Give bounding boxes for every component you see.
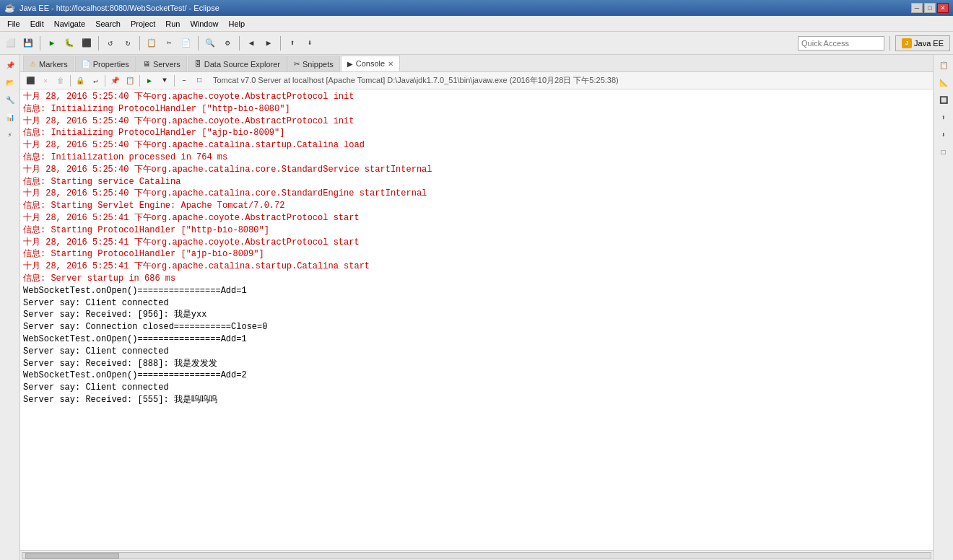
markers-icon: ⚠ — [30, 60, 36, 68]
sidebar-icon-2[interactable]: 📂 — [2, 75, 18, 91]
tab-console[interactable]: ▶ Console ✕ — [341, 56, 400, 71]
console-icon: ▶ — [347, 60, 353, 68]
close-button[interactable]: ✕ — [937, 3, 949, 13]
console-sep-2 — [105, 75, 105, 87]
console-line: 信息: Starting Servlet Engine: Apache Tomc… — [23, 200, 930, 212]
right-sidebar-icon-1[interactable]: 📋 — [936, 58, 952, 74]
title-bar-text: ☕ Java EE - http://localhost:8080/WebSoc… — [4, 3, 219, 13]
tab-markers[interactable]: ⚠ Markers — [23, 56, 74, 71]
console-line: Server say: Client connected — [23, 382, 930, 394]
quick-access-area: J Java EE — [798, 35, 950, 51]
console-word-wrap-button[interactable]: ↵ — [88, 74, 103, 87]
tab-servers[interactable]: 🖥 Servers — [136, 56, 187, 71]
console-clear-button[interactable]: 🗑 — [53, 74, 68, 87]
tabs-bar: ⚠ Markers 📄 Properties 🖥 Servers 🗄 Data … — [20, 55, 933, 72]
toolbar-btn-7[interactable]: 📄 — [178, 35, 194, 51]
tab-datasource[interactable]: 🗄 Data Source Explorer — [188, 56, 287, 71]
menu-window[interactable]: Window — [186, 18, 222, 30]
sidebar-icon-3[interactable]: 🔧 — [2, 92, 18, 108]
horizontal-scrollbar[interactable] — [20, 550, 933, 560]
console-run-button[interactable]: ▶ — [142, 74, 157, 87]
console-line: Server say: Connection closed===========… — [23, 321, 930, 333]
console-title: Tomcat v7.0 Server at localhost [Apache … — [207, 75, 930, 86]
console-line: 十月 28, 2016 5:25:41 下午org.apache.coyote.… — [23, 237, 930, 249]
console-toolbar: ⬛ ✕ 🗑 🔒 ↵ 📌 📋 ▶ ▼ – □ Tomcat v7.0 Server… — [20, 72, 933, 89]
console-scroll-lock-button[interactable]: 🔒 — [73, 74, 87, 87]
menu-run[interactable]: Run — [161, 18, 184, 30]
console-pin-button[interactable]: 📌 — [108, 74, 122, 87]
console-line: 十月 28, 2016 5:25:40 下午org.apache.coyote.… — [23, 91, 930, 103]
toolbar-btn-10[interactable]: ◀ — [243, 35, 259, 51]
toolbar-btn-6[interactable]: ✂ — [161, 35, 177, 51]
right-sidebar-icon-4[interactable]: ⬆ — [936, 110, 952, 126]
title-bar: ☕ Java EE - http://localhost:8080/WebSoc… — [0, 0, 953, 16]
toolbar-btn-4[interactable]: ↻ — [120, 35, 136, 51]
console-line: 信息: Server startup in 686 ms — [23, 273, 930, 285]
right-sidebar-icon-6[interactable]: □ — [936, 144, 952, 160]
console-line: WebSocketTest.onOpen()================Ad… — [23, 285, 930, 297]
console-line: Server say: Received: [956]: 我是yxx — [23, 309, 930, 321]
console-line: 信息: Starting ProtocolHandler ["ajp-bio-8… — [23, 248, 930, 261]
console-line: Server say: Client connected — [23, 297, 930, 310]
h-scroll-thumb[interactable] — [25, 553, 119, 559]
java-ee-icon: J — [902, 38, 912, 48]
sidebar-icon-4[interactable]: 📊 — [2, 110, 18, 126]
toolbar: ⬜ 💾 ▶ 🐛 ⬛ ↺ ↻ 📋 ✂ 📄 🔍 ⚙ ◀ ▶ ⬆ ⬇ J Java E… — [0, 32, 953, 55]
console-stop-button[interactable]: ⬛ — [23, 74, 38, 87]
toolbar-sep-4 — [198, 36, 199, 51]
maximize-button[interactable]: □ — [924, 3, 936, 13]
menu-edit[interactable]: Edit — [26, 18, 48, 30]
console-maximize-button[interactable]: □ — [192, 74, 206, 87]
toolbar-btn-13[interactable]: ⬇ — [302, 35, 318, 51]
menu-search[interactable]: Search — [91, 18, 125, 30]
title-bar-controls: ─ □ ✕ — [911, 3, 949, 13]
right-sidebar-icon-2[interactable]: 📐 — [936, 75, 952, 91]
toolbar-debug-button[interactable]: 🐛 — [61, 35, 77, 51]
datasource-icon: 🗄 — [194, 60, 201, 68]
console-open-button[interactable]: 📋 — [123, 74, 137, 87]
toolbar-btn-3[interactable]: ↺ — [103, 35, 118, 51]
console-line: Server say: Client connected — [23, 346, 930, 358]
toolbar-stop-button[interactable]: ⬛ — [79, 35, 95, 51]
menu-navigate[interactable]: Navigate — [50, 18, 90, 30]
tab-properties[interactable]: 📄 Properties — [75, 56, 136, 71]
console-line: Server say: Received: [555]: 我是呜呜呜 — [23, 394, 930, 406]
toolbar-btn-8[interactable]: 🔍 — [202, 35, 218, 51]
servers-icon: 🖥 — [143, 60, 150, 68]
toolbar-sep-5 — [239, 36, 240, 51]
h-scroll-track[interactable] — [22, 552, 931, 559]
menu-project[interactable]: Project — [126, 18, 160, 30]
console-line: 信息: Initialization processed in 764 ms — [23, 152, 930, 164]
toolbar-sep-2 — [98, 36, 99, 51]
sidebar-icon-1[interactable]: 📌 — [2, 58, 18, 74]
menu-file[interactable]: File — [3, 18, 25, 30]
toolbar-run-button[interactable]: ▶ — [44, 35, 60, 51]
right-sidebar-icon-5[interactable]: ⬇ — [936, 127, 952, 143]
toolbar-sep-3 — [139, 36, 140, 51]
tab-properties-label: Properties — [93, 60, 129, 69]
console-minimize-button[interactable]: – — [177, 74, 191, 87]
console-line: 十月 28, 2016 5:25:40 下午org.apache.coyote.… — [23, 115, 930, 128]
console-tab-close[interactable]: ✕ — [388, 60, 393, 68]
console-sep-1 — [70, 75, 71, 87]
console-line: Server say: Received: [888]: 我是发发发 — [23, 358, 930, 370]
right-sidebar-icon-3[interactable]: 🔲 — [936, 92, 952, 108]
menu-help[interactable]: Help — [225, 18, 250, 30]
toolbar-btn-9[interactable]: ⚙ — [219, 35, 235, 51]
tab-snippets-label: Snippets — [303, 60, 334, 69]
toolbar-save-button[interactable]: 💾 — [20, 35, 36, 51]
quick-access-input[interactable] — [798, 36, 884, 51]
toolbar-btn-5[interactable]: 📋 — [144, 35, 160, 51]
toolbar-btn-11[interactable]: ▶ — [261, 35, 277, 51]
console-remove-button[interactable]: ✕ — [38, 74, 53, 87]
tab-snippets[interactable]: ✂ Snippets — [287, 56, 340, 71]
toolbar-sep-qa — [889, 36, 890, 51]
toolbar-btn-12[interactable]: ⬆ — [284, 35, 300, 51]
console-menu-button[interactable]: ▼ — [157, 74, 172, 87]
tab-console-label: Console — [356, 59, 385, 68]
console-output[interactable]: 十月 28, 2016 5:25:40 下午org.apache.coyote.… — [20, 89, 933, 550]
minimize-button[interactable]: ─ — [911, 3, 923, 13]
java-ee-button[interactable]: J Java EE — [895, 35, 950, 51]
sidebar-icon-5[interactable]: ⚡ — [2, 127, 18, 143]
toolbar-new-button[interactable]: ⬜ — [3, 35, 19, 51]
